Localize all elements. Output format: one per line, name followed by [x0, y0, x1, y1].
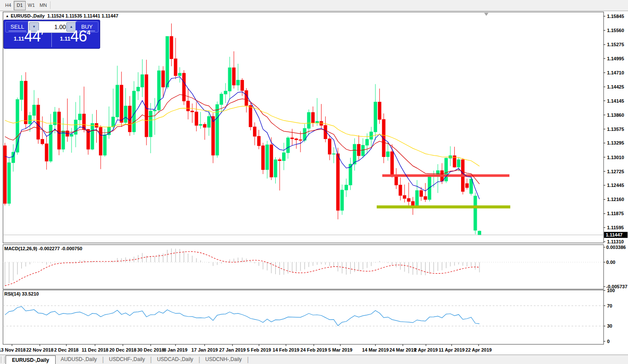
timeframe-button-d1[interactable]: D1 — [14, 1, 26, 10]
chart-symbol-label: EURUSD-,Daily — [11, 13, 45, 18]
svg-text:30: 30 — [607, 323, 612, 328]
chart-ohlc-values: 1.11524 1.11535 1.11441 1.11447 — [48, 13, 119, 18]
sell-price-sup: 7 — [41, 29, 44, 36]
svg-text:22 Apr 2019: 22 Apr 2019 — [465, 347, 491, 352]
svg-text:24 Feb 2019: 24 Feb 2019 — [301, 347, 327, 352]
svg-text:1.12445: 1.12445 — [607, 183, 624, 188]
buy-price-big: 46 — [71, 27, 87, 45]
tab-usdcad-daily[interactable]: USDCAD-,Daily — [152, 355, 199, 364]
svg-text:14 Feb 2019: 14 Feb 2019 — [273, 347, 299, 352]
svg-text:1.15275: 1.15275 — [607, 42, 624, 47]
timeframe-button-w1[interactable]: W1 — [26, 1, 37, 9]
buy-price-button[interactable]: 1.11464 — [52, 33, 98, 47]
svg-text:1.13575: 1.13575 — [607, 127, 624, 132]
svg-text:1.11875: 1.11875 — [607, 211, 624, 216]
svg-text:1.11595: 1.11595 — [607, 225, 624, 230]
tab-usdchf-daily[interactable]: USDCHF-,Daily — [104, 355, 150, 364]
buy-price-prefix: 1.11 — [60, 36, 71, 42]
svg-text:0.003386: 0.003386 — [606, 245, 626, 250]
svg-text:100: 100 — [607, 288, 615, 293]
sell-price-prefix: 1.11 — [14, 36, 24, 42]
rsi-indicator-label: RSI(14) 33.5210 — [4, 291, 39, 296]
svg-text:11 Apr 2019: 11 Apr 2019 — [439, 347, 465, 352]
svg-text:17 Jan 2019: 17 Jan 2019 — [191, 347, 218, 352]
svg-text:30 Dec 2018: 30 Dec 2018 — [137, 347, 164, 352]
chart-title: ▲EURUSD-,Daily 1.11524 1.11535 1.11441 1… — [6, 13, 118, 18]
svg-text:1.13860: 1.13860 — [607, 112, 624, 118]
time-axis[interactable]: 13 Nov 201822 Nov 20182 Dec 201811 Dec 2… — [0, 344, 492, 352]
tab-usdcnh-daily[interactable]: USDCNH-,Daily — [200, 355, 247, 364]
sell-price-button[interactable]: 1.11447 — [5, 33, 52, 47]
svg-text:1.14145: 1.14145 — [607, 98, 624, 104]
svg-text:20 Dec 2018: 20 Dec 2018 — [110, 347, 137, 352]
macd-axis: 0.0033860.00-0.005737 — [604, 245, 628, 289]
chart-canvas[interactable]: 1.114471.158451.155601.152751.149951.147… — [0, 0, 628, 364]
svg-text:70: 70 — [607, 303, 612, 308]
svg-text:1.11310: 1.11310 — [607, 239, 624, 244]
collapse-marker-icon[interactable]: ▲ — [6, 14, 9, 18]
sell-price-big: 44 — [24, 27, 41, 45]
svg-text:24 Mar 2019: 24 Mar 2019 — [390, 347, 416, 352]
svg-text:1.14710: 1.14710 — [607, 70, 624, 75]
tab-audusd-daily[interactable]: AUDUSD-,Daily — [56, 355, 102, 364]
tab-eurusd-daily[interactable]: EURUSD-,Daily — [6, 355, 56, 364]
timeframe-button-mn[interactable]: MN — [38, 1, 49, 9]
mt4-window: { "toolbar": { "timeframes": [ {"label":… — [0, 0, 628, 364]
svg-text:11 Dec 2018: 11 Dec 2018 — [82, 347, 108, 352]
svg-text:5 Feb 2019: 5 Feb 2019 — [247, 347, 271, 352]
one-click-trading-panel: SELL ▼ 1.00 ▲ BUY 1.11447 1.11464 — [3, 20, 100, 49]
svg-text:5 Mar 2019: 5 Mar 2019 — [328, 347, 352, 352]
svg-text:0: 0 — [607, 339, 610, 344]
svg-text:1.11447: 1.11447 — [606, 232, 622, 237]
svg-text:1.13295: 1.13295 — [607, 140, 624, 145]
toolbar-separator — [50, 1, 51, 9]
svg-text:2 Dec 2018: 2 Dec 2018 — [54, 347, 79, 352]
tabs-grip-icon[interactable] — [1, 356, 5, 363]
svg-text:0.00: 0.00 — [606, 260, 615, 265]
buy-price-sup: 4 — [87, 29, 90, 36]
rsi-axis: 10070300 — [604, 288, 615, 344]
svg-text:1.15845: 1.15845 — [607, 14, 624, 19]
svg-text:27 Jan 2019: 27 Jan 2019 — [219, 347, 246, 352]
chart-tabs-bar: EURUSD-,Daily AUDUSD-,Daily | USDCHF-,Da… — [0, 355, 628, 364]
svg-text:1.14425: 1.14425 — [607, 84, 624, 89]
price-axis[interactable]: 1.158451.155601.152751.149951.147101.144… — [604, 14, 624, 244]
svg-text:14 Mar 2019: 14 Mar 2019 — [362, 347, 389, 352]
svg-text:1.13010: 1.13010 — [607, 155, 624, 160]
svg-text:1.12725: 1.12725 — [607, 169, 624, 174]
tab-divider: | — [247, 355, 249, 364]
timeframe-toolbar: H4 D1 W1 MN — [0, 0, 628, 11]
pane-borders — [0, 12, 628, 364]
svg-text:1.15560: 1.15560 — [607, 28, 624, 33]
svg-text:22 Nov 2018: 22 Nov 2018 — [26, 347, 54, 352]
svg-text:2 Apr 2019: 2 Apr 2019 — [414, 347, 438, 352]
svg-text:1.14995: 1.14995 — [607, 56, 624, 61]
svg-text:1.12160: 1.12160 — [607, 197, 624, 202]
svg-text:13 Nov 2018: 13 Nov 2018 — [0, 347, 26, 352]
svg-text:8 Jan 2019: 8 Jan 2019 — [164, 347, 188, 352]
timeframe-button-h4[interactable]: H4 — [3, 1, 14, 9]
macd-indicator-label: MACD(12,26,9) -0.002277 -0.000750 — [4, 246, 82, 251]
